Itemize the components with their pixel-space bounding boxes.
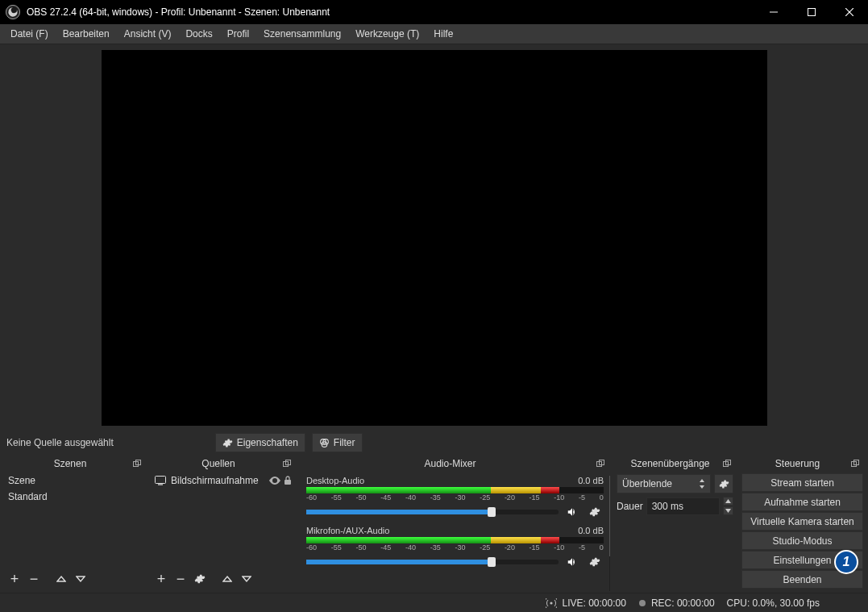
properties-button[interactable]: Eigenschaften <box>215 433 305 452</box>
source-properties-button[interactable] <box>192 570 208 588</box>
lock-icon[interactable] <box>284 476 292 485</box>
no-source-selected-label: Keine Quelle ausgewählt <box>6 437 114 448</box>
gear-icon <box>222 438 233 448</box>
preview-canvas[interactable] <box>102 50 767 426</box>
select-arrows-icon <box>699 479 705 489</box>
scale-tick: -25 <box>480 493 490 502</box>
scene-move-up-button[interactable] <box>53 570 69 588</box>
scene-item-label: Standard <box>8 491 48 502</box>
menu-file[interactable]: Datei (F) <box>3 28 56 40</box>
popout-icon[interactable] <box>596 459 605 468</box>
scale-tick: -40 <box>405 493 416 502</box>
remove-source-button[interactable]: − <box>172 570 189 588</box>
duration-step-down[interactable] <box>723 506 733 515</box>
remove-scene-button[interactable]: − <box>26 570 42 588</box>
sources-list[interactable]: Bildschirmaufnahme <box>150 473 297 567</box>
mixer-scrollbar-thumb[interactable] <box>609 476 610 556</box>
properties-button-label: Eigenschaften <box>237 437 298 448</box>
svg-rect-3 <box>808 9 815 16</box>
sources-panel: Quellen Bildschirmaufnahme + − <box>150 456 297 591</box>
mixer-channel-db: 0.0 dB <box>578 476 604 485</box>
start-recording-button[interactable]: Aufnahme starten <box>741 493 863 511</box>
source-item-label: Bildschirmaufnahme <box>171 475 259 486</box>
popout-icon[interactable] <box>850 459 860 468</box>
menu-edit[interactable]: Bearbeiten <box>56 28 117 40</box>
channel-settings-button[interactable] <box>586 503 604 521</box>
live-status: LIVE: 00:00:00 <box>562 597 625 609</box>
add-scene-button[interactable]: + <box>6 570 23 588</box>
menu-scenecollection[interactable]: Szenensammlung <box>256 28 348 40</box>
sources-panel-title: Quellen <box>155 458 282 469</box>
popout-icon[interactable] <box>282 459 292 468</box>
source-item[interactable]: Bildschirmaufnahme <box>150 473 297 489</box>
mixer-channel-db: 0.0 dB <box>578 526 604 535</box>
scale-tick: -40 <box>405 543 416 552</box>
filters-button[interactable]: Filter <box>312 433 363 452</box>
menu-docks[interactable]: Docks <box>178 28 219 40</box>
scale-tick: -50 <box>355 543 366 552</box>
scene-item[interactable]: Szene <box>3 473 147 489</box>
menu-profile[interactable]: Profil <box>220 28 256 40</box>
transition-select-value: Überblende <box>622 478 672 489</box>
volume-slider[interactable] <box>306 510 559 514</box>
transition-duration-input[interactable]: 300 ms <box>646 498 720 515</box>
mixer-channel-desktop: Desktop-Audio 0.0 dB -60-55-50-45-40-35-… <box>306 476 604 521</box>
controls-panel-title: Steuerung <box>745 458 850 469</box>
transition-select[interactable]: Überblende <box>617 474 711 493</box>
scale-tick: -10 <box>554 493 564 502</box>
meter-scale: -60-55-50-45-40-35-30-25-20-15-10-50 <box>306 493 604 502</box>
start-stream-button[interactable]: Stream starten <box>741 473 863 492</box>
scale-tick: -25 <box>480 543 490 552</box>
scene-move-down-button[interactable] <box>73 570 89 588</box>
mixer-channel-name: Desktop-Audio <box>306 476 364 485</box>
duration-step-up[interactable] <box>723 497 733 506</box>
scale-tick: 0 <box>600 493 604 502</box>
status-bar: LIVE: 00:00:00 REC: 00:00:00 CPU: 0.0%, … <box>0 593 868 612</box>
start-virtual-cam-button[interactable]: Virtuelle Kamera starten <box>741 512 863 531</box>
obs-logo-icon <box>6 5 20 19</box>
maximize-button[interactable] <box>792 0 830 24</box>
menu-help[interactable]: Hilfe <box>426 28 460 40</box>
scene-transitions-panel: Szenenübergänge Überblende Dauer 300 ms <box>613 456 737 591</box>
rec-status: REC: 00:00:00 <box>651 597 715 609</box>
scale-tick: -5 <box>579 543 585 552</box>
minimize-button[interactable] <box>754 0 792 24</box>
scale-tick: -10 <box>554 543 564 552</box>
transition-properties-button[interactable] <box>714 474 733 493</box>
source-move-up-button[interactable] <box>219 570 235 588</box>
menu-tools[interactable]: Werkzeuge (T) <box>348 28 426 40</box>
audio-meter <box>306 537 604 543</box>
mixer-panel-title: Audio-Mixer <box>305 458 596 469</box>
meter-scale: -60-55-50-45-40-35-30-25-20-15-10-50 <box>306 543 604 552</box>
scene-item[interactable]: Standard <box>3 489 147 505</box>
add-source-button[interactable]: + <box>153 570 169 588</box>
visibility-icon[interactable] <box>269 477 280 485</box>
source-toolbar: Keine Quelle ausgewählt Eigenschaften Fi… <box>0 431 868 454</box>
preview-area <box>0 44 868 431</box>
transitions-panel-title: Szenenübergänge <box>618 458 722 469</box>
mute-button[interactable] <box>563 503 581 521</box>
menu-view[interactable]: Ansicht (V) <box>117 28 179 40</box>
popout-icon[interactable] <box>132 459 142 468</box>
annotation-callout-1: 1 <box>834 550 858 574</box>
scenes-panel-title: Szenen <box>8 458 132 469</box>
live-indicator-icon <box>546 598 557 608</box>
audio-meter <box>306 487 604 493</box>
title-bar: OBS 27.2.4 (64-bit, windows) - Profil: U… <box>0 0 868 24</box>
mute-button[interactable] <box>563 553 581 571</box>
channel-settings-button[interactable] <box>586 553 604 571</box>
volume-slider[interactable] <box>306 560 559 564</box>
scale-tick: -35 <box>430 493 441 502</box>
scale-tick: -5 <box>579 493 585 502</box>
studio-mode-button[interactable]: Studio-Modus <box>741 531 863 550</box>
scale-tick: -55 <box>331 493 342 502</box>
scenes-panel: Szenen Szene Standard + − <box>3 456 147 591</box>
scenes-list[interactable]: Szene Standard <box>3 473 147 567</box>
cpu-status: CPU: 0.0%, 30.00 fps <box>727 597 820 609</box>
source-move-down-button[interactable] <box>239 570 255 588</box>
scale-tick: -35 <box>430 543 441 552</box>
close-button[interactable] <box>830 0 868 24</box>
filters-button-label: Filter <box>334 437 355 448</box>
rec-indicator-icon <box>638 599 646 607</box>
popout-icon[interactable] <box>722 459 732 468</box>
